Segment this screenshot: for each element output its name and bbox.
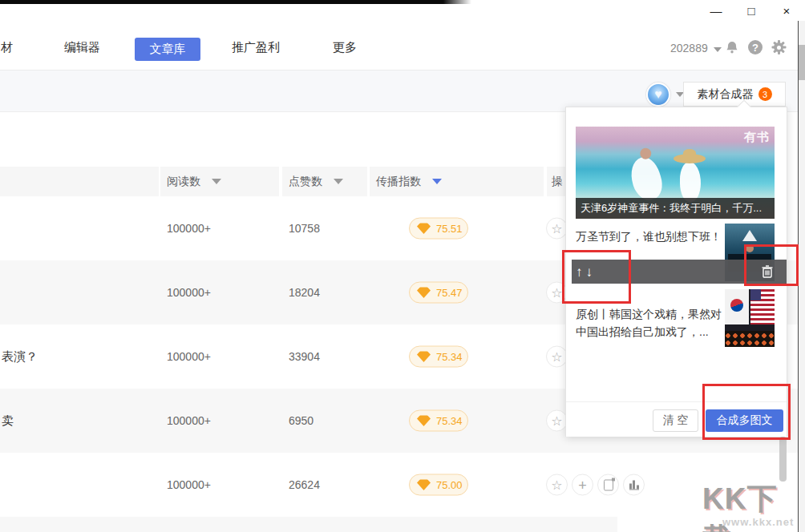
help-icon[interactable]: ?: [748, 40, 763, 54]
composer-count-badge: 3: [758, 87, 772, 101]
favorite-star-button[interactable]: ☆: [546, 410, 568, 432]
gear-shape: [771, 40, 786, 54]
favorite-star-button[interactable]: ☆: [546, 346, 568, 368]
likes-value: 18204: [289, 286, 320, 299]
tab-article-library-label: 文章库: [150, 42, 186, 57]
window-scrollbar-thumb[interactable]: [799, 45, 805, 80]
korean-flag-shape: [725, 289, 749, 324]
column-header-reads[interactable]: 阅读数: [160, 167, 279, 196]
reads-value: 100000+: [167, 222, 211, 235]
close-button[interactable]: ×: [779, 2, 794, 19]
copy-article-button[interactable]: [597, 474, 619, 496]
star-icon: ☆: [551, 222, 562, 235]
tab-article-library[interactable]: 文章库: [135, 38, 200, 61]
composer-item-title[interactable]: 原创丨韩国这个戏精，果然对中国出招给自己加戏了，...: [576, 305, 725, 341]
compose-multi-article-button[interactable]: 合成多图文: [706, 409, 783, 432]
us-canton-shape: [750, 289, 761, 300]
spread-index-value: 75.47: [436, 287, 463, 299]
nav-item-editor[interactable]: 编辑器: [64, 40, 100, 55]
avatar[interactable]: ♥: [646, 83, 670, 107]
likes-value: 10758: [289, 222, 320, 235]
gem-icon: [417, 351, 431, 362]
minimize-button[interactable]: —: [709, 2, 723, 19]
gem-icon: [417, 223, 431, 234]
likes-value: 33904: [289, 350, 320, 363]
stats-button[interactable]: [623, 474, 645, 496]
settings-gear-icon[interactable]: [771, 40, 786, 54]
panel-footer: 清 空 合成多图文: [566, 401, 787, 437]
column-header-likes[interactable]: 点赞数: [282, 167, 367, 196]
nav-item-more[interactable]: 更多: [333, 40, 357, 55]
top-black-strip: [0, 0, 471, 4]
material-composer-button[interactable]: 素材合成器 3: [683, 82, 786, 107]
material-composer-panel: 有书 天津6岁神童事件：我终于明白，千万... 万圣节到了，谁也别想下班！ ↑ …: [565, 107, 787, 437]
composer-item-thumbnail[interactable]: [725, 289, 775, 347]
favorite-star-button[interactable]: ☆: [546, 282, 568, 304]
gem-icon: [417, 479, 431, 490]
clear-button[interactable]: 清 空: [653, 409, 698, 432]
reads-value: 100000+: [167, 350, 211, 363]
avatar-heart-glyph: ♥: [654, 88, 662, 101]
star-icon: ☆: [551, 414, 562, 427]
page-scrollbar-thumb[interactable]: [779, 437, 787, 482]
thumbnail-shape: [742, 230, 757, 241]
window-scrollbar[interactable]: [799, 21, 805, 532]
next-row-edge: [0, 517, 617, 532]
window-controls: — □ ×: [709, 2, 794, 19]
copy-icon: [604, 479, 613, 490]
bar-chart-icon: [629, 480, 639, 490]
spread-index-badge: 75.34: [409, 346, 468, 368]
reads-value: 100000+: [167, 478, 211, 491]
move-up-icon[interactable]: ↑: [576, 265, 583, 279]
likes-value: 6950: [289, 414, 314, 427]
column-header-actions-label: 操: [552, 175, 563, 189]
item-hover-toolbar: ↑ ↓: [572, 260, 787, 284]
column-header-spread-label: 传播指数: [376, 175, 421, 189]
spread-index-value: 75.00: [436, 479, 463, 491]
notification-bell-icon[interactable]: [725, 40, 739, 54]
sort-caret-icon[interactable]: [334, 179, 343, 184]
taegeuk-shape: [730, 299, 743, 312]
move-down-icon[interactable]: ↓: [586, 265, 593, 279]
reads-value: 100000+: [167, 414, 211, 427]
composer-item-title: 天津6岁神童事件：我终于明白，千万...: [576, 198, 775, 219]
main-nav: 材 编辑器 文章库 推广盈利 更多 202889 ?: [0, 22, 805, 71]
plus-icon: +: [578, 478, 587, 492]
app-window: — □ × 材 编辑器 文章库 推广盈利 更多 202889 ?: [0, 0, 805, 532]
gem-icon: [417, 287, 431, 298]
photo-hat: [674, 154, 706, 163]
thumbnail-shape: [746, 244, 754, 252]
favorite-star-button[interactable]: ☆: [546, 474, 568, 496]
composer-item-title[interactable]: 万圣节到了，谁也别想下班！: [576, 228, 725, 245]
gem-icon: [417, 415, 431, 426]
user-chevron-down-icon[interactable]: [714, 47, 722, 52]
maximize-button[interactable]: □: [744, 2, 758, 19]
column-header-title: [0, 167, 159, 196]
material-composer-label: 素材合成器: [698, 87, 754, 102]
nav-item-material[interactable]: 材: [1, 40, 13, 55]
delete-trash-icon[interactable]: [761, 264, 774, 282]
photo-figure: [626, 154, 667, 204]
spread-index-value: 75.34: [436, 415, 463, 427]
star-icon: ☆: [551, 350, 562, 363]
sort-caret-active-icon[interactable]: [432, 179, 442, 184]
column-header-spread-index[interactable]: 传播指数: [370, 167, 544, 196]
spread-index-value: 75.34: [436, 351, 463, 363]
article-title: 卖: [2, 413, 14, 429]
column-header-reads-label: 阅读数: [167, 175, 200, 189]
nav-item-promotion[interactable]: 推广盈利: [232, 40, 280, 55]
us-flag-shape: [750, 289, 775, 324]
add-to-composer-button[interactable]: +: [572, 474, 593, 496]
article-title: 表演？: [2, 349, 38, 365]
photo-watermark: 有书: [744, 130, 770, 145]
sort-caret-icon[interactable]: [212, 179, 221, 184]
table-row[interactable]: 100000+ 26624 75.00 ☆ +: [0, 453, 805, 517]
composer-item-card[interactable]: 有书 天津6岁神童事件：我终于明白，千万...: [576, 127, 775, 219]
spread-index-badge: 75.47: [409, 282, 468, 304]
user-id[interactable]: 202889: [670, 42, 708, 54]
spread-index-badge: 75.51: [409, 218, 468, 240]
spread-index-badge: 75.00: [409, 474, 468, 496]
spread-index-value: 75.51: [436, 223, 463, 235]
favorite-star-button[interactable]: ☆: [546, 218, 568, 240]
help-glyph: ?: [752, 42, 758, 54]
